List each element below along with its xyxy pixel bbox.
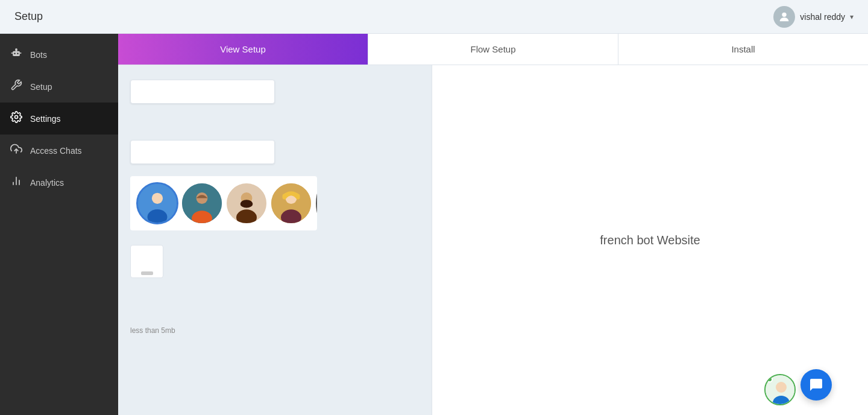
avatar-option-2[interactable] (181, 182, 223, 224)
user-menu[interactable]: vishal reddy ▾ (773, 6, 854, 28)
bots-icon (10, 47, 23, 62)
avatar-option-3[interactable] (225, 182, 268, 224)
sidebar: Bots Setup Settings (0, 34, 118, 415)
page-title: Setup (14, 10, 43, 23)
online-indicator (767, 376, 773, 382)
content-area: less than 5mb french bot Website (118, 65, 868, 415)
form-field-2 (130, 140, 420, 164)
file-size-hint: less than 5mb (130, 326, 420, 335)
helper-avatar[interactable] (764, 374, 796, 405)
chat-fab-button[interactable] (800, 369, 832, 401)
analytics-icon (10, 175, 23, 190)
chevron-down-icon: ▾ (850, 13, 854, 21)
setup-icon (10, 79, 23, 94)
avatar-selector[interactable] (130, 176, 317, 230)
svg-point-0 (782, 12, 787, 16)
avatar-option-5[interactable] (315, 182, 317, 224)
tab-flow-setup[interactable]: Flow Setup (368, 34, 618, 65)
main-content: View Setup Flow Setup Install (118, 34, 868, 415)
text-input-1[interactable] (130, 80, 275, 104)
sidebar-item-access-chats[interactable]: Access Chats (0, 135, 118, 166)
access-chats-icon (10, 143, 23, 158)
user-avatar (773, 6, 795, 28)
sidebar-item-access-chats-label: Access Chats (30, 146, 82, 156)
svg-point-14 (152, 193, 163, 204)
user-name-label: vishal reddy (800, 12, 845, 22)
sidebar-item-settings-label: Settings (30, 114, 61, 124)
preview-title: french bot Website (600, 233, 700, 247)
left-panel: less than 5mb (118, 65, 432, 415)
preview-panel: french bot Website (432, 65, 868, 415)
app-body: Bots Setup Settings (0, 34, 868, 415)
sidebar-item-bots-label: Bots (30, 50, 47, 60)
sidebar-item-setup-label: Setup (30, 82, 52, 92)
sidebar-item-settings[interactable]: Settings (0, 103, 118, 135)
svg-rect-1 (13, 51, 20, 56)
file-preview-box (130, 245, 163, 278)
text-input-2[interactable] (130, 140, 275, 164)
svg-point-22 (241, 200, 253, 208)
file-handle (141, 271, 153, 275)
svg-point-3 (17, 53, 19, 55)
tab-view-setup[interactable]: View Setup (118, 34, 368, 65)
app-header: Setup vishal reddy ▾ (0, 0, 868, 34)
sidebar-item-bots[interactable]: Bots (0, 39, 118, 71)
sidebar-item-analytics[interactable]: Analytics (0, 166, 118, 198)
svg-point-27 (776, 382, 787, 393)
tab-install[interactable]: Install (618, 34, 868, 65)
form-field-1 (130, 80, 420, 104)
tab-bar: View Setup Flow Setup Install (118, 34, 868, 65)
svg-point-8 (15, 116, 18, 119)
avatar-option-1[interactable] (136, 182, 178, 224)
avatar-option-4[interactable] (270, 182, 312, 224)
svg-point-2 (14, 53, 16, 55)
sidebar-item-setup[interactable]: Setup (0, 71, 118, 103)
settings-icon (10, 111, 23, 126)
sidebar-item-analytics-label: Analytics (30, 178, 64, 188)
